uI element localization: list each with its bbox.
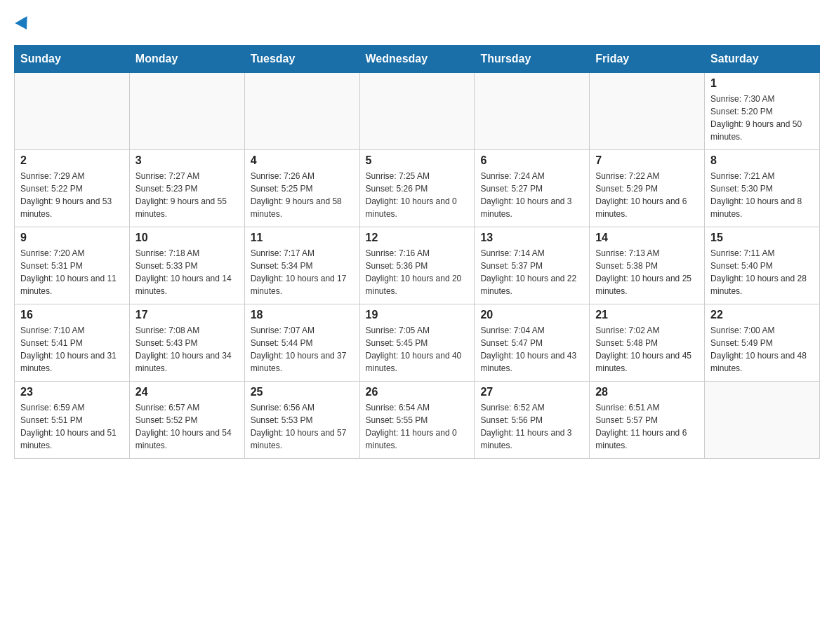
day-number: 3 [135, 154, 239, 167]
calendar-cell: 4Sunrise: 7:26 AMSunset: 5:25 PMDaylight… [244, 150, 359, 227]
day-info: Sunrise: 7:29 AMSunset: 5:22 PMDaylight:… [20, 170, 124, 220]
day-of-week-header: Saturday [705, 46, 820, 73]
week-row: 1Sunrise: 7:30 AMSunset: 5:20 PMDaylight… [15, 73, 820, 150]
day-number: 19 [366, 309, 469, 321]
week-row: 9Sunrise: 7:20 AMSunset: 5:31 PMDaylight… [15, 227, 820, 304]
calendar-cell: 15Sunrise: 7:11 AMSunset: 5:40 PMDayligh… [705, 227, 820, 304]
logo-text [14, 14, 31, 34]
calendar-cell: 1Sunrise: 7:30 AMSunset: 5:20 PMDaylight… [705, 73, 820, 150]
page-header [14, 14, 820, 34]
logo-triangle-icon [15, 16, 32, 33]
day-info: Sunrise: 7:25 AMSunset: 5:26 PMDaylight:… [366, 170, 469, 220]
calendar-header-row: SundayMondayTuesdayWednesdayThursdayFrid… [15, 46, 820, 73]
day-number: 22 [710, 309, 814, 321]
day-of-week-header: Thursday [475, 46, 590, 73]
calendar-cell [475, 73, 590, 150]
week-row: 2Sunrise: 7:29 AMSunset: 5:22 PMDaylight… [15, 150, 820, 227]
calendar-cell [705, 382, 820, 459]
day-info: Sunrise: 7:04 AMSunset: 5:47 PMDaylight:… [480, 324, 583, 375]
day-number: 6 [480, 154, 583, 167]
calendar-cell: 14Sunrise: 7:13 AMSunset: 5:38 PMDayligh… [590, 227, 705, 304]
day-info: Sunrise: 7:16 AMSunset: 5:36 PMDaylight:… [366, 247, 469, 297]
day-number: 23 [20, 386, 124, 398]
logo [14, 14, 31, 34]
calendar-cell: 9Sunrise: 7:20 AMSunset: 5:31 PMDaylight… [15, 227, 130, 304]
calendar-cell: 5Sunrise: 7:25 AMSunset: 5:26 PMDaylight… [359, 150, 475, 227]
day-number: 14 [595, 232, 699, 244]
day-info: Sunrise: 6:56 AMSunset: 5:53 PMDaylight:… [251, 401, 354, 452]
calendar-cell: 20Sunrise: 7:04 AMSunset: 5:47 PMDayligh… [475, 304, 590, 382]
day-info: Sunrise: 7:17 AMSunset: 5:34 PMDaylight:… [251, 247, 354, 297]
calendar-cell [15, 73, 130, 150]
calendar-cell: 23Sunrise: 6:59 AMSunset: 5:51 PMDayligh… [15, 382, 130, 459]
day-number: 15 [710, 232, 814, 244]
calendar-cell: 25Sunrise: 6:56 AMSunset: 5:53 PMDayligh… [244, 382, 359, 459]
calendar-cell: 16Sunrise: 7:10 AMSunset: 5:41 PMDayligh… [15, 304, 130, 382]
day-info: Sunrise: 7:18 AMSunset: 5:33 PMDaylight:… [135, 247, 239, 297]
week-row: 23Sunrise: 6:59 AMSunset: 5:51 PMDayligh… [15, 382, 820, 459]
day-number: 16 [20, 309, 124, 321]
day-info: Sunrise: 7:20 AMSunset: 5:31 PMDaylight:… [20, 247, 124, 297]
day-of-week-header: Friday [590, 46, 705, 73]
calendar-cell [359, 73, 475, 150]
calendar-cell: 18Sunrise: 7:07 AMSunset: 5:44 PMDayligh… [244, 304, 359, 382]
day-number: 20 [480, 309, 583, 321]
day-info: Sunrise: 7:26 AMSunset: 5:25 PMDaylight:… [251, 170, 354, 220]
calendar-cell: 28Sunrise: 6:51 AMSunset: 5:57 PMDayligh… [590, 382, 705, 459]
day-info: Sunrise: 6:52 AMSunset: 5:56 PMDaylight:… [480, 401, 583, 452]
calendar-cell: 12Sunrise: 7:16 AMSunset: 5:36 PMDayligh… [359, 227, 475, 304]
day-info: Sunrise: 7:27 AMSunset: 5:23 PMDaylight:… [135, 170, 239, 220]
calendar-cell: 6Sunrise: 7:24 AMSunset: 5:27 PMDaylight… [475, 150, 590, 227]
calendar-cell: 13Sunrise: 7:14 AMSunset: 5:37 PMDayligh… [475, 227, 590, 304]
calendar-cell: 11Sunrise: 7:17 AMSunset: 5:34 PMDayligh… [244, 227, 359, 304]
day-info: Sunrise: 6:59 AMSunset: 5:51 PMDaylight:… [20, 401, 124, 452]
day-of-week-header: Sunday [15, 46, 130, 73]
day-info: Sunrise: 7:00 AMSunset: 5:49 PMDaylight:… [710, 324, 814, 375]
day-number: 2 [20, 154, 124, 167]
day-number: 11 [251, 232, 354, 244]
calendar-cell [129, 73, 244, 150]
day-of-week-header: Wednesday [359, 46, 475, 73]
day-number: 5 [366, 154, 469, 167]
calendar-cell: 7Sunrise: 7:22 AMSunset: 5:29 PMDaylight… [590, 150, 705, 227]
day-info: Sunrise: 7:21 AMSunset: 5:30 PMDaylight:… [710, 170, 814, 220]
day-info: Sunrise: 7:24 AMSunset: 5:27 PMDaylight:… [480, 170, 583, 220]
day-info: Sunrise: 7:14 AMSunset: 5:37 PMDaylight:… [480, 247, 583, 297]
day-info: Sunrise: 7:30 AMSunset: 5:20 PMDaylight:… [710, 93, 814, 143]
day-number: 7 [595, 154, 699, 167]
day-info: Sunrise: 7:08 AMSunset: 5:43 PMDaylight:… [135, 324, 239, 375]
calendar-cell: 8Sunrise: 7:21 AMSunset: 5:30 PMDaylight… [705, 150, 820, 227]
day-number: 1 [710, 77, 814, 90]
day-number: 8 [710, 154, 814, 167]
day-info: Sunrise: 7:11 AMSunset: 5:40 PMDaylight:… [710, 247, 814, 297]
day-number: 9 [20, 232, 124, 244]
day-number: 26 [366, 386, 469, 398]
calendar-cell: 3Sunrise: 7:27 AMSunset: 5:23 PMDaylight… [129, 150, 244, 227]
day-number: 18 [251, 309, 354, 321]
day-of-week-header: Tuesday [244, 46, 359, 73]
day-info: Sunrise: 6:54 AMSunset: 5:55 PMDaylight:… [366, 401, 469, 452]
week-row: 16Sunrise: 7:10 AMSunset: 5:41 PMDayligh… [15, 304, 820, 382]
calendar-cell: 24Sunrise: 6:57 AMSunset: 5:52 PMDayligh… [129, 382, 244, 459]
day-info: Sunrise: 6:57 AMSunset: 5:52 PMDaylight:… [135, 401, 239, 452]
day-info: Sunrise: 7:05 AMSunset: 5:45 PMDaylight:… [366, 324, 469, 375]
day-info: Sunrise: 6:51 AMSunset: 5:57 PMDaylight:… [595, 401, 699, 452]
day-info: Sunrise: 7:02 AMSunset: 5:48 PMDaylight:… [595, 324, 699, 375]
calendar-cell: 21Sunrise: 7:02 AMSunset: 5:48 PMDayligh… [590, 304, 705, 382]
calendar-cell: 22Sunrise: 7:00 AMSunset: 5:49 PMDayligh… [705, 304, 820, 382]
day-info: Sunrise: 7:10 AMSunset: 5:41 PMDaylight:… [20, 324, 124, 375]
calendar-cell: 19Sunrise: 7:05 AMSunset: 5:45 PMDayligh… [359, 304, 475, 382]
day-number: 27 [480, 386, 583, 398]
day-number: 10 [135, 232, 239, 244]
calendar-cell: 27Sunrise: 6:52 AMSunset: 5:56 PMDayligh… [475, 382, 590, 459]
calendar-cell: 17Sunrise: 7:08 AMSunset: 5:43 PMDayligh… [129, 304, 244, 382]
day-number: 12 [366, 232, 469, 244]
day-number: 25 [251, 386, 354, 398]
day-number: 21 [595, 309, 699, 321]
day-number: 4 [251, 154, 354, 167]
day-number: 28 [595, 386, 699, 398]
calendar-cell: 2Sunrise: 7:29 AMSunset: 5:22 PMDaylight… [15, 150, 130, 227]
calendar-cell: 26Sunrise: 6:54 AMSunset: 5:55 PMDayligh… [359, 382, 475, 459]
day-number: 24 [135, 386, 239, 398]
day-info: Sunrise: 7:22 AMSunset: 5:29 PMDaylight:… [595, 170, 699, 220]
